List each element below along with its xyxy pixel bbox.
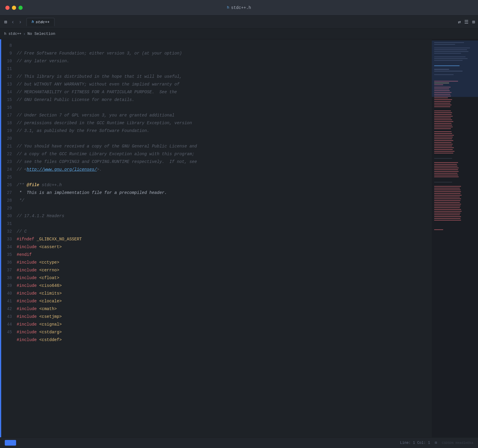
breadcrumb: h stdc++ › No Selection (0, 29, 478, 39)
code-line: #include <cctype> (17, 260, 59, 265)
svg-rect-60 (434, 171, 459, 172)
svg-rect-56 (434, 164, 457, 165)
grid-icon[interactable]: ⊞ (3, 18, 8, 26)
code-line: #include <climits> (17, 291, 62, 296)
svg-rect-62 (434, 175, 458, 175)
code-line: #include <cerrno> (17, 268, 59, 273)
code-line: // Under Section 7 of GPL version 3, you… (17, 113, 174, 118)
svg-rect-38 (434, 127, 453, 127)
svg-rect-24 (434, 99, 452, 100)
svg-rect-36 (434, 123, 451, 124)
code-line: // but WITHOUT ANY WARRANTY; without eve… (17, 82, 179, 87)
nav-back-button[interactable]: ‹ (10, 18, 16, 26)
svg-rect-39 (434, 128, 451, 129)
code-line-empty (17, 136, 19, 141)
code-line-empty (17, 66, 19, 71)
breadcrumb-selection: No Selection (27, 32, 55, 36)
svg-rect-74 (434, 202, 460, 203)
active-tab[interactable]: h stdc++ (27, 18, 55, 26)
code-line: #include <cassert> (17, 245, 62, 249)
code-line: // a copy of the GCC Runtime Library Exc… (17, 152, 195, 156)
close-button[interactable] (5, 6, 10, 10)
traffic-lights (5, 6, 23, 10)
svg-rect-75 (434, 204, 461, 204)
maximize-button[interactable] (18, 6, 23, 10)
svg-rect-48 (434, 146, 452, 146)
statusbar: Line: 1 Col: 1 ⊡ CSDSDN HeadleEka (0, 437, 478, 448)
tabbar-navigation: ⊞ ‹ › (3, 18, 23, 26)
svg-rect-51 (434, 151, 454, 152)
svg-rect-53 (432, 41, 478, 97)
code-line: // see the files COPYING3 and COPYING.RU… (17, 159, 197, 164)
svg-rect-40 (434, 131, 451, 132)
svg-rect-84 (434, 220, 461, 220)
svg-rect-35 (434, 121, 453, 122)
code-line-empty (17, 206, 19, 211)
svg-rect-28 (434, 106, 450, 107)
svg-rect-78 (434, 209, 461, 210)
svg-rect-64 (434, 182, 452, 183)
code-line: #include <clocale> (17, 299, 62, 304)
svg-rect-69 (434, 193, 460, 194)
code-line: #include <csignal> (17, 322, 62, 327)
svg-rect-63 (434, 177, 459, 177)
accent-bar (0, 39, 1, 437)
code-area[interactable]: 8 9 10 11 12 13 14 15 16 17 18 19 20 21 … (0, 39, 432, 437)
svg-rect-37 (434, 125, 452, 125)
code-line: // MERCHANTABILITY or FITNESS FOR A PART… (17, 90, 177, 94)
list-icon[interactable]: ☰ (464, 19, 468, 25)
window-title: h stdc++.h (227, 5, 251, 10)
code-line: // any later version. (17, 59, 69, 63)
cursor-position: Line: 1 Col: 1 (400, 441, 430, 445)
code-line: #include <ciso646> (17, 283, 62, 288)
svg-rect-46 (434, 142, 451, 143)
svg-rect-85 (434, 229, 443, 230)
svg-rect-71 (434, 197, 460, 197)
code-line: * This is an implementation file for a p… (17, 190, 167, 195)
code-line: */ (17, 198, 24, 203)
svg-rect-70 (434, 195, 462, 195)
svg-rect-52 (434, 153, 453, 153)
svg-rect-43 (434, 137, 453, 137)
code-line-doc: /** @file stdc++.h (17, 183, 62, 187)
svg-rect-41 (434, 133, 452, 134)
svg-rect-34 (434, 119, 452, 120)
svg-rect-26 (434, 103, 450, 103)
code-content[interactable]: // Free Software Foundation; either vers… (15, 39, 432, 437)
svg-rect-0 (432, 39, 478, 437)
minimap[interactable] (432, 39, 478, 437)
editor-container: 8 9 10 11 12 13 14 15 16 17 18 19 20 21 … (0, 39, 478, 437)
svg-rect-25 (434, 101, 451, 102)
nav-forward-button[interactable]: › (17, 18, 23, 26)
svg-rect-54 (434, 158, 452, 159)
svg-rect-79 (434, 211, 462, 211)
svg-rect-67 (434, 189, 460, 190)
code-line-link: // <http://www.gnu.org/licenses/>. (17, 167, 102, 172)
code-line: // permissions described in the GCC Runt… (17, 121, 192, 125)
svg-rect-73 (434, 200, 460, 201)
code-line: // This library is distributed in the ho… (17, 74, 182, 79)
code-line: // Free Software Foundation; either vers… (17, 51, 182, 56)
svg-rect-23 (434, 97, 448, 98)
code-line: // GNU General Public License for more d… (17, 97, 134, 102)
split-icon[interactable]: ⇄ (458, 19, 461, 25)
code-line: // 3.1, as published by the Free Softwar… (17, 128, 149, 133)
svg-rect-27 (434, 105, 451, 105)
svg-rect-32 (434, 116, 453, 116)
svg-rect-59 (434, 169, 458, 170)
svg-rect-45 (434, 140, 453, 141)
svg-rect-61 (434, 173, 457, 174)
minimize-button[interactable] (12, 6, 16, 10)
svg-rect-66 (434, 188, 460, 189)
code-line: #include <csetjmp> (17, 314, 62, 319)
svg-rect-76 (434, 206, 460, 206)
window-title-text: stdc++.h (231, 5, 251, 10)
status-right: Line: 1 Col: 1 ⊡ CSDSDN HeadleEka (400, 441, 473, 445)
code-line: #include <cfloat> (17, 276, 59, 280)
file-type-icon: h (227, 5, 229, 10)
breadcrumb-separator: › (23, 32, 26, 36)
svg-rect-68 (434, 191, 461, 192)
expand-icon[interactable]: ⊞ (472, 19, 475, 25)
tabbar-actions: ⇄ ☰ ⊞ (458, 19, 475, 25)
line-numbers: 8 9 10 11 12 13 14 15 16 17 18 19 20 21 … (0, 39, 15, 437)
